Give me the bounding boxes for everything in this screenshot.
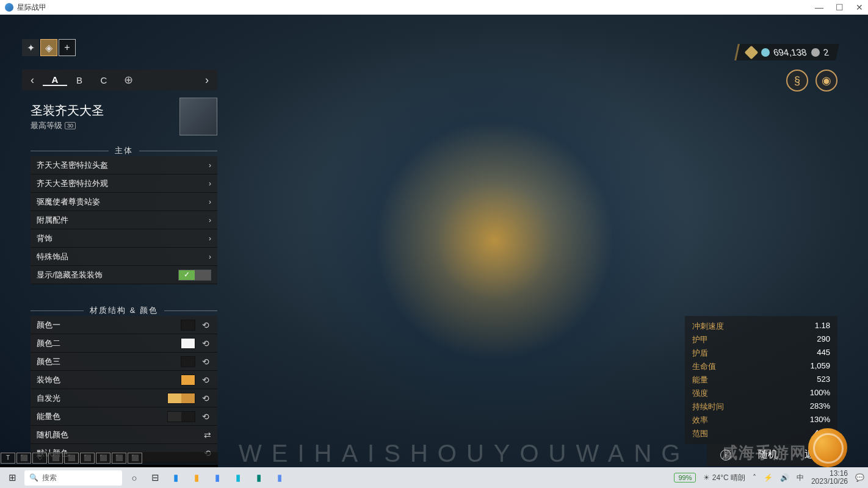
row-stance[interactable]: 驱魔使者尊贵站姿›	[31, 193, 217, 211]
reset-icon[interactable]: ⟲	[200, 320, 211, 331]
site-logo-icon	[808, 428, 847, 467]
link-share-button[interactable]: §	[786, 70, 808, 92]
reset-icon[interactable]: ⟲	[200, 375, 211, 386]
camera-button[interactable]: ◉	[816, 70, 837, 92]
stat-duration: 持续时间283%	[685, 400, 837, 414]
app-icon-5[interactable]: ▮	[250, 469, 267, 486]
window-titlebar: 星际战甲 — ☐ ✕	[0, 0, 868, 15]
loadout-tabs: ‹ A B C ⊕ ›	[22, 70, 217, 90]
close-button[interactable]: ✕	[856, 2, 863, 12]
swatch[interactable]	[181, 393, 195, 403]
task-view-icon[interactable]: ⊟	[146, 469, 164, 486]
row-color-1[interactable]: 颜色一⟲	[31, 316, 217, 334]
prime-toggle-switch[interactable]: ✓	[178, 270, 211, 281]
stats-panel: 冲刺速度1.18 护甲290 护盾445 生命值1,059 能量523 强度10…	[685, 316, 837, 444]
chevron-right-icon: ›	[209, 253, 211, 261]
cortana-icon[interactable]: ○	[126, 469, 143, 486]
swatch[interactable]	[181, 412, 195, 422]
site-name: 威海手游网	[722, 442, 807, 464]
stat-energy: 能量523	[685, 373, 837, 387]
mode-icon-1[interactable]: ✦	[22, 39, 39, 56]
row-color-3[interactable]: 颜色三⟲	[31, 353, 217, 371]
weather-widget[interactable]: ☀ 24°C 晴朗	[703, 473, 745, 483]
app-icon-2[interactable]: ▮	[188, 469, 205, 486]
currency-panel[interactable]: 694,138 2	[735, 44, 839, 60]
swatch[interactable]	[181, 357, 195, 367]
tab-next-button[interactable]: ›	[197, 74, 217, 87]
app-icon-3[interactable]: ▮	[209, 469, 226, 486]
minimize-button[interactable]: —	[815, 2, 823, 12]
tab-prev-button[interactable]: ‹	[22, 74, 43, 87]
stat-sprint: 冲刺速度1.18	[685, 320, 837, 333]
row-accent[interactable]: 装饰色⟲	[31, 371, 217, 389]
tab-b[interactable]: B	[67, 75, 92, 85]
row-attachments[interactable]: 附属配件›	[31, 211, 217, 229]
search-icon: 🔍	[29, 473, 38, 482]
row-syandana[interactable]: 背饰›	[31, 229, 217, 248]
app-logo-icon	[5, 3, 13, 12]
notifications-icon[interactable]: 💬	[855, 473, 864, 482]
tray-chevron-icon[interactable]: ˄	[753, 473, 756, 482]
add-mode-button[interactable]: +	[59, 39, 76, 56]
rank-badge: 30	[65, 122, 76, 129]
row-helmet[interactable]: 齐天大圣密特拉头盔›	[31, 156, 217, 174]
warframe-name: 圣装齐天大圣	[31, 102, 104, 119]
tab-c[interactable]: C	[92, 75, 116, 85]
toggle-on: ✓	[179, 270, 195, 280]
windows-taskbar: ⊞ 🔍搜索 ○ ⊟ ▮ ▮ ▮ ▮ ▮ ▮ 99% ☀ 24°C 晴朗 ˄ ⚡ …	[0, 467, 868, 488]
row-energy[interactable]: 能量色⟲	[31, 407, 217, 426]
rank-label: 最高等级	[31, 120, 62, 131]
chevron-right-icon: ›	[209, 161, 211, 170]
debug-icon-row: T⬛♡⬛⬛⬛⬛⬛⬛	[0, 452, 218, 464]
reset-icon[interactable]: ⟲	[200, 356, 211, 367]
character-preview[interactable]	[324, 57, 665, 448]
window-title: 星际战甲	[17, 2, 46, 13]
row-emissive[interactable]: 自发光⟲	[31, 389, 217, 407]
platinum-amount: 2	[823, 47, 830, 57]
mode-icon-2-selected[interactable]: ◈	[40, 39, 57, 56]
warframe-thumbnail[interactable]	[179, 98, 217, 135]
tab-a[interactable]: A	[43, 74, 67, 86]
reset-icon[interactable]: ⟲	[200, 411, 211, 422]
reset-icon[interactable]: ⟲	[200, 393, 211, 404]
color-list: 颜色一⟲ 颜色二⟲ 颜色三⟲ 装饰色⟲ 自发光⟲ 能量色⟲ 随机颜色⇄ 默认颜色…	[31, 316, 217, 462]
row-prime-toggle[interactable]: 显示/隐藏圣装装饰 ✓	[31, 266, 217, 284]
swatch[interactable]	[181, 320, 195, 330]
taskbar-search[interactable]: 🔍搜索	[24, 470, 122, 486]
chevron-right-icon: ›	[209, 216, 211, 224]
row-color-2[interactable]: 颜色二⟲	[31, 334, 217, 353]
section-divider-main: 主体	[31, 145, 217, 156]
swatch[interactable]	[181, 339, 195, 348]
swatch[interactable]	[181, 375, 195, 385]
reset-icon[interactable]: ⟲	[200, 338, 211, 349]
app-icon-1[interactable]: ▮	[167, 469, 184, 486]
platinum-icon	[812, 48, 820, 57]
row-random-colors[interactable]: 随机颜色⇄	[31, 426, 217, 444]
price-tag-icon	[745, 45, 759, 59]
top-mode-icons: ✦ ◈ +	[22, 39, 76, 56]
maximize-button[interactable]: ☐	[836, 2, 844, 12]
stat-health: 生命值1,059	[685, 360, 837, 373]
row-skin[interactable]: 齐天大圣密特拉外观›	[31, 174, 217, 193]
swatch[interactable]	[168, 412, 181, 422]
ime-icon[interactable]: 中	[797, 473, 804, 483]
start-button[interactable]: ⊞	[4, 469, 21, 486]
stat-armor: 护甲290	[685, 333, 837, 346]
stat-strength: 强度100%	[685, 387, 837, 400]
section-divider-colors: 材质结构 & 颜色	[31, 305, 217, 316]
volume-icon[interactable]: 🔊	[780, 473, 789, 482]
toggle-off	[195, 270, 211, 280]
chevron-right-icon: ›	[209, 198, 211, 206]
app-icon-6[interactable]: ▮	[271, 469, 288, 486]
swatch[interactable]	[168, 393, 181, 403]
warframe-header: 圣装齐天大圣 最高等级 30	[31, 98, 217, 135]
tab-add-button[interactable]: ⊕	[116, 73, 140, 87]
network-icon[interactable]: ⚡	[764, 473, 773, 482]
row-regalia[interactable]: 特殊饰品›	[31, 248, 217, 266]
main-appearance-list: 齐天大圣密特拉头盔› 齐天大圣密特拉外观› 驱魔使者尊贵站姿› 附属配件› 背饰…	[31, 156, 217, 284]
game-viewport: ✦ ◈ + 694,138 2 § ◉ ‹ A B C ⊕ › 圣装齐天大圣 最…	[0, 15, 868, 488]
clock-date[interactable]: 2023/10/26	[811, 478, 848, 486]
app-icon-4[interactable]: ▮	[230, 469, 247, 486]
battery-indicator[interactable]: 99%	[674, 473, 696, 483]
shuffle-icon: ⇄	[204, 430, 211, 440]
